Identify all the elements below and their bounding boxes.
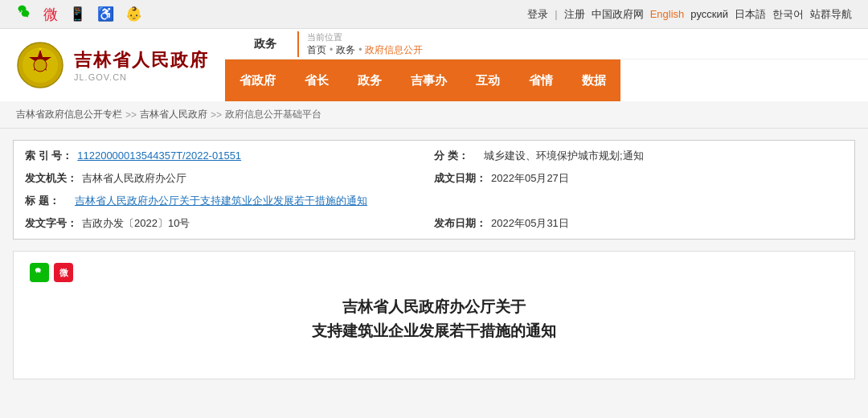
breadcrumb-current: 政府信息公开 xyxy=(365,43,423,57)
info-row-3: 发文字号： 吉政办发〔2022〕10号 发布日期： 2022年05月31日 xyxy=(14,212,854,239)
login-link[interactable]: 登录 xyxy=(527,7,548,22)
info-row-2: 标 题： 吉林省人民政府办公厅关于支持建筑业企业发展若干措施的通知 xyxy=(14,190,854,212)
russian-link[interactable]: русский xyxy=(690,8,728,20)
doc-box: 微 吉林省人民政府办公厅关于 支持建筑业企业发展若干措施的通知 xyxy=(13,251,855,379)
breadcrumb-bar-item-0[interactable]: 吉林省政府信息公开专栏 xyxy=(16,108,122,121)
doc-title-line1: 吉林省人民政府办公厅关于 xyxy=(30,295,838,319)
value-faburiqi: 2022年05月31日 xyxy=(491,216,569,231)
info-col-left-3: 发文字号： 吉政办发〔2022〕10号 xyxy=(25,216,434,231)
nav-shengqing[interactable]: 省情 xyxy=(514,59,567,101)
nav-shengzhengfu[interactable]: 省政府 xyxy=(225,59,290,101)
info-col-right-0: 分 类： 城乡建设、环境保护城市规划;通知 xyxy=(434,149,843,163)
register-link[interactable]: 注册 xyxy=(564,7,585,22)
info-col-right-1: 成文日期： 2022年05月27日 xyxy=(434,171,843,186)
info-col-left-2: 标 题： 吉林省人民政府办公厅关于支持建筑业企业发展若干措施的通知 xyxy=(25,194,843,208)
header-breadcrumb-section: 政务 当前位置 首页 • 政务 • 政府信息公开 xyxy=(225,29,868,59)
svg-point-3 xyxy=(34,59,47,72)
info-col-left-1: 发文机关： 吉林省人民政府办公厅 xyxy=(25,171,434,186)
weibo-icon[interactable]: 微 xyxy=(43,5,58,24)
site-title[interactable]: 吉林省人民政府 xyxy=(74,48,209,72)
site-url: JL.GOV.CN xyxy=(74,72,209,82)
value-fawenzihao: 吉政办发〔2022〕10号 xyxy=(82,216,190,231)
nav-hudong[interactable]: 互动 xyxy=(461,59,514,101)
breadcrumb-sep-1: >> xyxy=(211,109,222,121)
info-col-left-0: 索 引 号： 11220000013544357T/2022-01551 xyxy=(25,149,434,163)
korean-link[interactable]: 한국어 xyxy=(772,7,804,22)
nav-shuju[interactable]: 数据 xyxy=(567,59,620,101)
nav-jishiban[interactable]: 吉事办 xyxy=(396,59,461,101)
accessibility-icon[interactable]: ♿ xyxy=(97,6,114,23)
divider: | xyxy=(555,8,557,20)
share-icons: 微 xyxy=(30,263,838,282)
logo-emblem xyxy=(16,41,64,89)
label-fawenjiguan: 发文机关： xyxy=(25,171,77,186)
value-suoyinhao[interactable]: 11220000013544357T/2022-01551 xyxy=(77,150,241,162)
logo-area: 吉林省人民政府 JL.GOV.CN xyxy=(0,29,225,101)
english-link[interactable]: English xyxy=(650,8,685,20)
site-nav-link[interactable]: 站群导航 xyxy=(810,7,852,22)
doc-title-line2: 支持建筑业企业发展若干措施的通知 xyxy=(30,319,838,343)
label-suoyinhao: 索 引 号： xyxy=(25,149,72,163)
weibo-share-icon[interactable]: 微 xyxy=(54,263,73,282)
info-col-right-3: 发布日期： 2022年05月31日 xyxy=(434,216,843,231)
value-biaoti[interactable]: 吉林省人民政府办公厅关于支持建筑业企业发展若干措施的通知 xyxy=(75,194,367,208)
nav-shengzhang[interactable]: 省长 xyxy=(290,59,343,101)
header-breadcrumb: 首页 • 政务 • 政府信息公开 xyxy=(307,43,423,57)
top-bar-right: 登录 | 注册 中国政府网 English русский 日本語 한국어 站群… xyxy=(527,7,852,22)
breadcrumb-bar: 吉林省政府信息公开专栏 >> 吉林省人民政府 >> 政府信息公开基础平台 xyxy=(0,101,868,129)
nav-zhengwu[interactable]: 政务 xyxy=(343,59,396,101)
label-fawenzihao: 发文字号： xyxy=(25,216,77,231)
label-chengwenriqi: 成文日期： xyxy=(434,171,486,186)
baby-icon[interactable]: 👶 xyxy=(125,6,142,23)
label-fenlei: 分 类： xyxy=(434,149,479,163)
info-row-1: 发文机关： 吉林省人民政府办公厅 成文日期： 2022年05月27日 xyxy=(14,167,854,190)
label-faburiqi: 发布日期： xyxy=(434,216,486,231)
top-bar: 微 📱 ♿ 👶 登录 | 注册 中国政府网 English русский 日本… xyxy=(0,0,868,29)
label-biaoti: 标 题： xyxy=(25,194,70,208)
breadcrumb-sep-0: >> xyxy=(125,109,137,121)
japanese-link[interactable]: 日本語 xyxy=(735,7,766,22)
wechat-icon[interactable] xyxy=(16,4,32,24)
value-fenlei: 城乡建设、环境保护城市规划;通知 xyxy=(484,149,644,163)
current-position-label: 当前位置 xyxy=(307,31,423,43)
breadcrumb-bar-item-1[interactable]: 吉林省人民政府 xyxy=(140,108,207,121)
main-nav: 省政府 省长 政务 吉事办 互动 省情 数据 xyxy=(225,59,620,101)
wechat-share-icon[interactable] xyxy=(30,263,49,282)
info-row-0: 索 引 号： 11220000013544357T/2022-01551 分 类… xyxy=(14,141,854,167)
header: 吉林省人民政府 JL.GOV.CN 政务 当前位置 首页 • 政务 • 政府信息… xyxy=(0,29,868,101)
breadcrumb-home[interactable]: 首页 xyxy=(307,43,326,57)
value-chengwenriqi: 2022年05月27日 xyxy=(491,171,569,186)
doc-title: 吉林省人民政府办公厅关于 支持建筑业企业发展若干措施的通知 xyxy=(30,295,838,344)
header-nav-area: 政务 当前位置 首页 • 政务 • 政府信息公开 省政府 省长 政务 吉事办 互… xyxy=(225,29,868,101)
mobile-icon[interactable]: 📱 xyxy=(69,6,86,23)
section-label: 政务 xyxy=(241,37,289,51)
gov-cn-link[interactable]: 中国政府网 xyxy=(592,7,644,22)
breadcrumb-bar-item-2: 政府信息公开基础平台 xyxy=(225,108,321,121)
top-bar-icons: 微 📱 ♿ 👶 xyxy=(16,4,142,24)
breadcrumb-zhengwu[interactable]: 政务 xyxy=(336,43,355,57)
info-box: 索 引 号： 11220000013544357T/2022-01551 分 类… xyxy=(13,140,855,240)
logo-text: 吉林省人民政府 JL.GOV.CN xyxy=(74,48,209,82)
value-fawenjiguan: 吉林省人民政府办公厅 xyxy=(82,171,186,186)
